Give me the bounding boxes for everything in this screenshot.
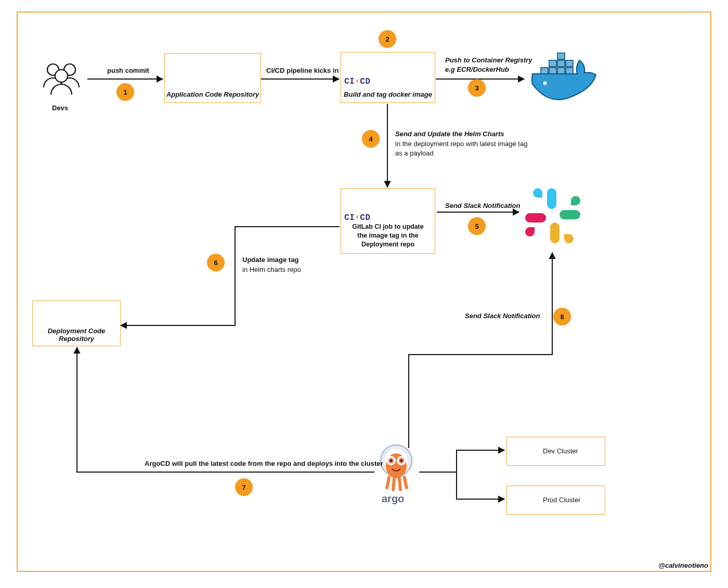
devs-label: Devs <box>52 104 68 113</box>
step-8-badge: 8 <box>553 308 571 325</box>
app-repo-box: Application Code Repository <box>164 53 261 103</box>
step-6-badge: 6 <box>207 254 225 271</box>
edge-registry-l2: e.g ECR/DockerHub <box>445 66 509 74</box>
dev-cluster-label: Dev Cluster <box>543 447 578 455</box>
cicd-text-1: CI⚡CD <box>344 76 371 86</box>
edge-updatetag-l1: Update image tag <box>242 256 298 265</box>
edge-updatetag-l2: in Helm charts repo <box>242 265 301 275</box>
cicd-build-label: Build and tag docker image <box>341 90 435 98</box>
step-1-badge: 1 <box>116 83 134 101</box>
deploy-repo-box: Deployment Code Repository <box>32 300 121 346</box>
app-repo-label: Application Code Repository <box>165 90 261 98</box>
prod-cluster-label: Prod Cluster <box>543 496 580 504</box>
edge-helm-l3: as a payload <box>395 149 434 158</box>
deploy-repo-label: Deployment Code Repository <box>33 327 120 343</box>
diagram-canvas: argo <box>0 0 728 588</box>
edge-helm-l1: Send and Update the Helm Charts <box>395 130 504 139</box>
edge-slack5: Send Slack Notification <box>445 202 520 211</box>
credit: @calvineotieno <box>658 561 708 569</box>
edge-helm-l2: in the deployment repo with latest image… <box>395 139 527 149</box>
edge-pipeline: CI/CD pipeline kicks in <box>266 67 339 75</box>
cicd-text-2: CI⚡CD <box>344 212 371 223</box>
edge-push-commit: push commit <box>107 67 149 75</box>
edge-slack8: Send Slack Notification <box>465 312 540 321</box>
edge-registry-l1: Push to Container Registry <box>445 56 532 65</box>
cicd-update-label: GitLab CI job to update the image tag in… <box>344 223 432 249</box>
step-2-badge: 2 <box>379 30 396 48</box>
step-4-badge: 4 <box>362 130 380 148</box>
step-7-badge: 7 <box>235 478 253 496</box>
edge-argopull: ArgoCD will pull the latest code from th… <box>145 460 383 468</box>
step-5-badge: 5 <box>468 217 486 235</box>
step-3-badge: 3 <box>468 79 486 97</box>
